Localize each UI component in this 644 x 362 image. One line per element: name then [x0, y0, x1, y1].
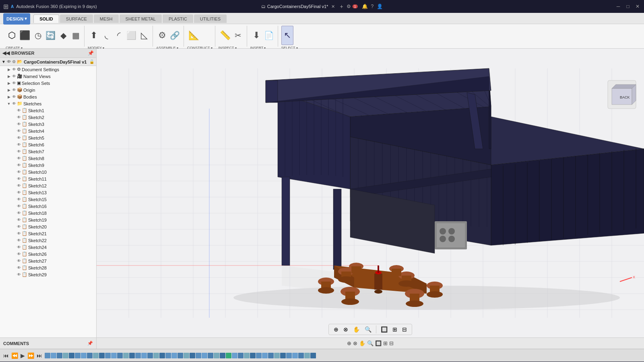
timeline-item[interactable]: [123, 353, 129, 358]
timeline-item[interactable]: [135, 353, 141, 358]
create-sketch-button[interactable]: ⬡: [6, 26, 18, 45]
timeline-item[interactable]: [171, 353, 177, 358]
viewport[interactable]: BACK X ⊕ ⊗ ✋ 🔍 🔲 ⊞ ⊟: [97, 49, 644, 337]
eye-icon[interactable]: 👁: [17, 231, 21, 236]
minimize-button[interactable]: ─: [615, 3, 621, 10]
browser-item-sketch27[interactable]: 👁📋Sketch27: [0, 257, 96, 264]
timeline-item[interactable]: [226, 353, 231, 358]
timeline-item[interactable]: [250, 353, 256, 358]
timeline-item[interactable]: [69, 353, 74, 358]
timeline-start-button[interactable]: ⏮: [3, 352, 9, 359]
statusbar-search-btn[interactable]: 🔍: [367, 340, 374, 346]
bell-icon[interactable]: 🔔: [362, 4, 368, 9]
browser-item-sketch28[interactable]: 👁📋Sketch28: [0, 264, 96, 271]
browser-item-sketch13[interactable]: 👁📋Sketch13: [0, 189, 96, 196]
browser-item-sketch4[interactable]: 👁📋Sketch4: [0, 128, 96, 134]
tab-solid[interactable]: SOLID: [33, 14, 59, 23]
browser-item-sketch20[interactable]: 👁📋Sketch20: [0, 223, 96, 230]
timeline-item[interactable]: [244, 353, 250, 358]
timeline-item[interactable]: [238, 353, 244, 358]
statusbar-orbit-btn[interactable]: ⊕: [347, 340, 351, 346]
eye-icon[interactable]: 👁: [17, 204, 21, 208]
joint-button[interactable]: 🔗: [169, 26, 181, 45]
timeline-item[interactable]: [93, 353, 99, 358]
loft-button[interactable]: ◆: [57, 26, 69, 45]
eye-icon[interactable]: 👁: [17, 211, 21, 215]
eye-icon[interactable]: 👁: [17, 190, 21, 195]
fillet-button[interactable]: ◟: [100, 26, 112, 45]
new-tab-icon[interactable]: +: [340, 3, 343, 10]
timeline-item[interactable]: [159, 353, 165, 358]
browser-item-sketch11[interactable]: 👁📋Sketch11: [0, 175, 96, 182]
eye-icon[interactable]: 👁: [17, 265, 21, 270]
browser-item-sketches[interactable]: ▼ 👁 📁 Sketches: [0, 100, 96, 107]
timeline-item[interactable]: [141, 353, 147, 358]
timeline-item[interactable]: [208, 353, 213, 358]
browser-collapse-icon[interactable]: ◀◀: [2, 50, 10, 56]
tab-sheet-metal[interactable]: SHEET METAL: [120, 14, 162, 23]
eye-icon[interactable]: 👁: [17, 177, 21, 181]
timeline-item[interactable]: [45, 353, 50, 358]
timeline-play-button[interactable]: ▶: [21, 352, 25, 359]
tab-surface[interactable]: SURFACE: [60, 14, 93, 23]
nav-view1-button[interactable]: 🔲: [379, 325, 389, 333]
browser-item-sketch2[interactable]: 👁📋Sketch2: [0, 114, 96, 121]
tab-utilities[interactable]: UTILITIES: [194, 14, 227, 23]
timeline-item[interactable]: [256, 353, 262, 358]
root-lock-icon[interactable]: 🔓: [89, 60, 94, 64]
insert-dxf-button[interactable]: 📄: [263, 26, 275, 45]
timeline-item[interactable]: [81, 353, 87, 358]
settings-icon[interactable]: ⚙: [347, 4, 351, 9]
visibility-icon[interactable]: 👁: [12, 95, 16, 99]
browser-item-sketch9[interactable]: 👁📋Sketch9: [0, 162, 96, 169]
browser-item-bodies[interactable]: ▶ 👁 📦 Bodies: [0, 93, 96, 100]
browser-item-selection-sets[interactable]: ▶ 👁 ▣ Selection Sets: [0, 80, 96, 86]
statusbar-view3-btn[interactable]: ⊟: [389, 340, 394, 346]
browser-root-item[interactable]: ▼ 👁 ⚙ 📂 CargoContainersDay5Final v1 🔓: [0, 58, 96, 66]
timeline-item[interactable]: [105, 353, 111, 358]
timeline-item[interactable]: [304, 353, 310, 358]
browser-item-sketch10[interactable]: 👁📋Sketch10: [0, 169, 96, 175]
eye-icon[interactable]: 👁: [17, 218, 21, 222]
statusbar-view2-btn[interactable]: ⊞: [383, 340, 388, 346]
eye-icon[interactable]: 👁: [17, 170, 21, 174]
nav-pan-button[interactable]: ⊗: [342, 325, 350, 333]
timeline-item[interactable]: [220, 353, 225, 358]
eye-icon[interactable]: 👁: [17, 163, 21, 167]
chamfer-button[interactable]: ◜: [113, 26, 125, 45]
maximize-button[interactable]: □: [625, 3, 631, 10]
rib-button[interactable]: ▦: [70, 26, 82, 45]
browser-item-sketch1[interactable]: 👁📋Sketch1: [0, 107, 96, 114]
timeline-item[interactable]: [214, 353, 219, 358]
root-collapse-icon[interactable]: ▼: [2, 60, 6, 64]
close-file-icon[interactable]: ✕: [331, 4, 335, 9]
timeline-item[interactable]: [310, 353, 316, 358]
timeline-item[interactable]: [190, 353, 195, 358]
extrude-button[interactable]: ⬛: [18, 26, 31, 45]
timeline-item[interactable]: [153, 353, 159, 358]
press-pull-button[interactable]: ⬆: [88, 26, 100, 45]
visibility-icon[interactable]: 👁: [12, 88, 16, 92]
select-button[interactable]: ↖: [281, 26, 293, 45]
browser-item-sketch3[interactable]: 👁📋Sketch3: [0, 121, 96, 128]
eye-icon[interactable]: 👁: [17, 142, 21, 147]
section-button[interactable]: ✂: [232, 26, 244, 45]
timeline-item[interactable]: [51, 353, 56, 358]
browser-item-named-views[interactable]: ▶ 👁 🎥 Named Views: [0, 73, 96, 80]
timeline-item[interactable]: [196, 353, 201, 358]
root-settings-icon[interactable]: ⚙: [12, 60, 16, 64]
revolve-button[interactable]: ◷: [32, 26, 44, 45]
browser-item-sketch19[interactable]: 👁📋Sketch19: [0, 216, 96, 223]
comments-pin-icon[interactable]: 📌: [87, 341, 93, 346]
eye-icon[interactable]: 👁: [17, 272, 21, 277]
eye-icon[interactable]: 👁: [17, 115, 21, 119]
eye-icon[interactable]: 👁: [17, 108, 21, 113]
timeline-end-button[interactable]: ⏭: [37, 352, 42, 359]
timeline-item[interactable]: [268, 353, 274, 358]
browser-item-doc-settings[interactable]: ▶ 👁 ⚙ Document Settings: [0, 66, 96, 73]
timeline-item[interactable]: [232, 353, 237, 358]
eye-icon[interactable]: 👁: [17, 136, 21, 140]
timeline-item[interactable]: [75, 353, 80, 358]
visibility-icon[interactable]: 👁: [12, 67, 16, 72]
timeline-item[interactable]: [280, 353, 286, 358]
